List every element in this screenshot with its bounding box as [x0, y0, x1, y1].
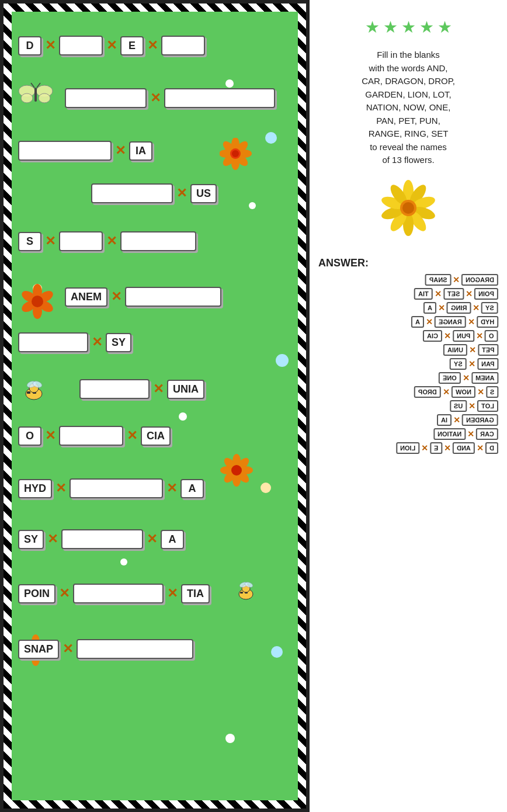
puzzle-row-1: D ✕ ✕ E ✕ — [18, 36, 205, 55]
svg-point-16 — [232, 150, 239, 157]
svg-rect-40 — [240, 592, 243, 594]
daisy-flower-icon — [379, 179, 437, 240]
puzzle-row-8: ✕ UNIA — [79, 379, 204, 399]
blank-7a[interactable] — [18, 332, 88, 352]
stars-row: ★ ★ ★ ★ ★ — [365, 18, 452, 37]
prefix-s: S — [18, 232, 41, 251]
prefix-sy: SY — [18, 530, 44, 549]
ans-cia: CIA — [423, 330, 442, 342]
prefix-hyd: HYD — [18, 479, 52, 498]
answer-row-poinsettia: TIA ✕ SET ✕ POIN — [414, 288, 498, 300]
ans-sy-ring: SY — [481, 302, 498, 314]
ans-a-sy: A — [423, 302, 436, 314]
blank-3a[interactable] — [18, 141, 112, 161]
bee-icon-2 — [231, 579, 261, 605]
ans-o: O — [485, 330, 498, 342]
dot — [265, 132, 277, 144]
blank-2b[interactable] — [164, 88, 275, 108]
ans-poin: POIN — [474, 288, 498, 300]
dot — [120, 558, 127, 565]
ans-dragon: DRAGON — [461, 274, 498, 286]
ans-garden: GARDEN — [462, 414, 498, 426]
answer-row-gardenia: IA ✕ GARDEN — [437, 414, 498, 426]
ans-set: SET — [443, 288, 464, 300]
ans-ia: IA — [437, 414, 452, 426]
suffix-ia: IA — [129, 141, 152, 161]
prefix-d: D — [18, 36, 41, 55]
blank-9a[interactable] — [59, 426, 123, 446]
suffix-a-10: A — [180, 479, 204, 498]
puzzle-row-4: ✕ US — [91, 183, 217, 203]
ans-us: US — [450, 400, 467, 412]
ans-hyd: HYD — [477, 316, 498, 328]
cross-7a: ✕ — [92, 335, 102, 350]
answer-row-anemone: ONE ✕ ANEM — [439, 372, 498, 384]
cross-10a: ✕ — [55, 481, 66, 496]
cross-1b: ✕ — [106, 38, 117, 53]
ans-now: NOW — [452, 386, 475, 398]
suffix-e: E — [120, 36, 144, 55]
answer-row-snapdragon: SNAP ✕ DRAGON — [425, 274, 498, 286]
puzzle-row-13: SNAP ✕ — [18, 639, 193, 659]
ans-drop: DROP — [414, 386, 441, 398]
svg-point-3 — [39, 93, 50, 103]
ans-ring: RING — [447, 302, 471, 314]
cross-11a: ✕ — [47, 532, 58, 547]
svg-point-63 — [402, 202, 414, 214]
answer-row-lotus: US ✕ LOT — [450, 400, 498, 412]
cross-13a: ✕ — [62, 641, 73, 657]
ans-sy-pan: SY — [450, 358, 467, 370]
flower-orange-3 — [220, 453, 254, 490]
suffix-sy: SY — [106, 333, 131, 352]
suffix-tia: TIA — [181, 584, 210, 603]
ans-one: ONE — [439, 372, 461, 384]
blank-5a[interactable] — [59, 231, 103, 251]
suffix-a-11: A — [161, 530, 184, 549]
ans-s: S — [486, 386, 498, 398]
answer-rows: SNAP ✕ DRAGON TIA ✕ SET ✕ POIN A ✕ RING — [318, 274, 498, 454]
ans-a-hyd: A — [411, 316, 424, 328]
blank-5b[interactable] — [120, 231, 196, 251]
star-3: ★ — [401, 18, 416, 37]
answer-row-snowdrop: DROP ✕ NOW ✕ S — [414, 386, 498, 398]
ans-pan: PAN — [477, 358, 498, 370]
dot — [276, 354, 289, 367]
cross-1c: ✕ — [147, 38, 158, 53]
ans-d: D — [485, 442, 498, 454]
blank-10a[interactable] — [70, 478, 163, 498]
prefix-anem: ANEM — [65, 287, 107, 307]
blank-1a[interactable] — [59, 36, 103, 55]
blank-8a[interactable] — [79, 379, 150, 399]
blank-2a[interactable] — [65, 88, 147, 108]
cross-9b: ✕ — [127, 428, 137, 443]
answer-title: ANSWER: — [318, 257, 498, 269]
prefix-o: O — [18, 426, 41, 446]
blank-12a[interactable] — [73, 584, 164, 603]
answer-row-pansy: SY ✕ PAN — [450, 358, 498, 370]
cross-12a: ✕ — [59, 586, 70, 601]
instructions-text: Fill in the blanks with the words AND, C… — [362, 48, 455, 167]
blank-11a[interactable] — [61, 529, 143, 549]
ans-e: E — [430, 442, 442, 454]
dot — [249, 202, 256, 209]
cross-5b: ✕ — [106, 234, 117, 249]
dot — [271, 646, 283, 658]
suffix-us: US — [190, 184, 217, 203]
answer-row-carnation: NATION ✕ CAR — [433, 428, 498, 440]
cross-4a: ✕ — [176, 186, 187, 201]
svg-point-38 — [231, 465, 242, 476]
svg-rect-18 — [27, 391, 30, 394]
blank-1b[interactable] — [161, 36, 205, 55]
dot — [225, 734, 235, 743]
blank-4a[interactable] — [91, 183, 173, 203]
ans-anem: ANEM — [471, 372, 498, 384]
prefix-snap: SNAP — [18, 640, 59, 659]
cross-9a: ✕ — [45, 428, 55, 443]
answer-row-opunicia: CIA ✕ PUN ✕ O — [423, 330, 498, 342]
answer-section: ANSWER: SNAP ✕ DRAGON TIA ✕ SET ✕ POIN — [318, 257, 498, 454]
suffix-cia: CIA — [141, 426, 171, 446]
svg-point-29 — [32, 296, 43, 307]
blank-6a[interactable] — [125, 287, 221, 307]
blank-13a[interactable] — [77, 639, 193, 659]
star-2: ★ — [383, 18, 398, 37]
